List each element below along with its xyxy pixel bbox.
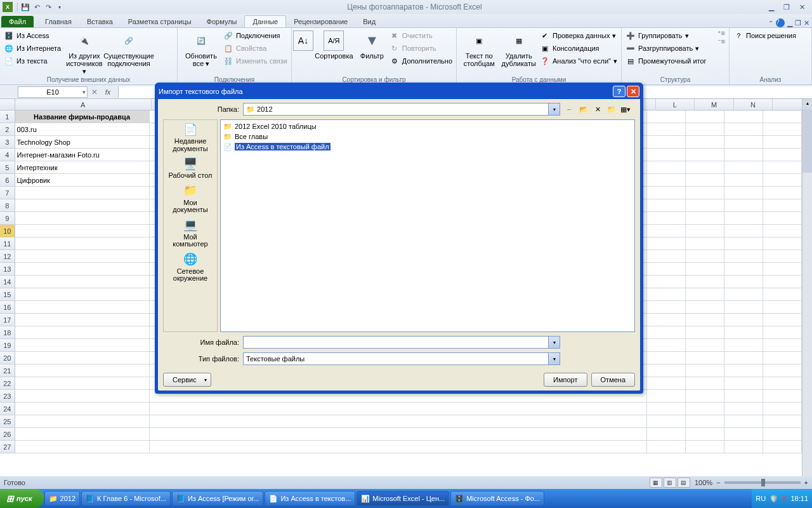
solver-button[interactable]: ？Поиск решения	[733, 29, 796, 42]
taskbar-button[interactable]: 📘К Главе 6 - Microsof...	[81, 491, 171, 506]
tab-formulas[interactable]: Формулы	[199, 16, 245, 27]
consolidate-button[interactable]: ▣Консолидация	[540, 42, 617, 55]
links-icon: ⛓️	[223, 56, 233, 66]
col-M[interactable]: M	[695, 99, 734, 110]
up-icon[interactable]: 📂	[578, 104, 589, 115]
system-tray: RU 🛡️ K 18:11	[752, 489, 812, 508]
sort-button[interactable]: A/ЯСортировка	[313, 29, 355, 60]
taskbar-button[interactable]: 📁2012	[44, 491, 80, 506]
data-validation-button[interactable]: ✔Проверка данных ▾	[540, 29, 617, 42]
qat-more-icon[interactable]: ▾	[55, 3, 64, 11]
delete-icon[interactable]: ✕	[592, 104, 603, 115]
sort-asc-button[interactable]: A↓	[296, 29, 311, 51]
advanced-filter-button[interactable]: ⚙Дополнительно	[390, 55, 452, 67]
expand-icon[interactable]: ⁺≡	[717, 29, 725, 37]
new-folder-icon[interactable]: 📁	[606, 104, 617, 115]
taskbar-button[interactable]: 📊Microsoft Excel - Цен...	[357, 491, 449, 506]
fx-icon[interactable]: fx	[102, 88, 114, 96]
folder-item[interactable]: 📁2012 Excel 2010 таблицы	[222, 121, 633, 131]
from-other-button[interactable]: 🔌Из других источников ▾	[63, 29, 105, 75]
refresh-all-button[interactable]: 🔄Обновить все ▾	[181, 29, 221, 67]
remove-duplicates-button[interactable]: ▦Удалить дубликаты	[500, 29, 537, 67]
start-button[interactable]: ⊞пуск	[0, 489, 44, 508]
col-L[interactable]: L	[656, 99, 695, 110]
folder-combo[interactable]: 📁 2012▾	[243, 103, 560, 116]
zoom-in-icon[interactable]: +	[804, 479, 808, 486]
group-button[interactable]: ➕Группировать ▾	[625, 29, 707, 42]
collapse-icon[interactable]: ⁻≡	[717, 37, 725, 46]
page-break-view-icon[interactable]: ▤	[678, 478, 690, 488]
row-24[interactable]: 24	[0, 403, 802, 415]
filename-input[interactable]: ▾	[243, 336, 560, 349]
file-item[interactable]: 📄Из Access в текстовый файл	[222, 142, 633, 152]
connections-button[interactable]: 🔗Подключения	[223, 29, 287, 42]
folder-item[interactable]: 📁Все главы	[222, 131, 633, 142]
import-button[interactable]: Импорт	[544, 373, 587, 387]
cancel-formula-icon[interactable]: ✕	[91, 88, 98, 97]
zoom-label[interactable]: 100%	[695, 479, 712, 486]
col-A[interactable]: A	[15, 99, 152, 110]
row-25[interactable]: 25	[0, 415, 802, 428]
service-button[interactable]: Сервис	[163, 373, 211, 387]
places-item[interactable]: 💻Мой компьютер	[164, 216, 217, 250]
name-box[interactable]: E10▾	[18, 86, 88, 98]
places-item[interactable]: 📄Недавние документы	[164, 120, 217, 154]
vertical-scrollbar[interactable]: ▴	[802, 99, 812, 483]
taskbar-button[interactable]: 📘Из Access [Режим ог...	[172, 491, 264, 506]
ribbon-min-icon[interactable]: ⌃	[768, 20, 773, 27]
taskbar-button[interactable]: 📄Из Access в текстов...	[265, 491, 355, 506]
from-text-button[interactable]: 📄Из текста	[4, 55, 61, 67]
whatif-button[interactable]: ❓Анализ "что если" ▾	[540, 55, 617, 67]
back-icon[interactable]: ←	[564, 104, 575, 115]
tab-file[interactable]: Файл	[1, 16, 34, 27]
help-icon[interactable]: ?	[776, 18, 785, 27]
minimize-icon[interactable]: ▁	[764, 2, 778, 12]
undo-icon[interactable]: ↶	[32, 3, 41, 11]
doc-close-icon[interactable]: ✕	[804, 19, 809, 27]
from-access-button[interactable]: 🗄️Из Access	[4, 29, 61, 42]
tray-lang[interactable]: RU	[756, 495, 766, 502]
tray-av-icon[interactable]: K	[782, 495, 787, 502]
zoom-out-icon[interactable]: −	[716, 479, 720, 486]
tab-data[interactable]: Данные	[244, 15, 286, 27]
close-icon[interactable]: ✕	[795, 2, 809, 12]
ungroup-button[interactable]: ➖Разгруппировать ▾	[625, 42, 707, 55]
existing-conn-button[interactable]: 🔗Существующие подключения	[108, 29, 150, 67]
file-list[interactable]: 📁2012 Excel 2010 таблицы📁Все главы📄Из Ac…	[220, 119, 635, 332]
tab-insert[interactable]: Вставка	[79, 16, 121, 27]
views-icon[interactable]: ▦▾	[620, 104, 631, 115]
page-layout-view-icon[interactable]: ▥	[664, 478, 676, 488]
select-all-button[interactable]	[0, 99, 15, 110]
normal-view-icon[interactable]: ▦	[650, 478, 662, 488]
cancel-button[interactable]: Отмена	[591, 373, 635, 387]
tab-review[interactable]: Рецензирование	[286, 16, 355, 27]
subtotal-button[interactable]: ▤Промежуточный итог	[625, 55, 707, 67]
dialog-help-icon[interactable]: ?	[613, 86, 625, 97]
doc-min-icon[interactable]: ▁	[787, 19, 792, 27]
save-icon[interactable]: 💾	[21, 3, 30, 11]
tray-clock[interactable]: 18:11	[790, 495, 808, 502]
filter-button[interactable]: ▼Фильтр	[357, 29, 387, 60]
taskbar-button[interactable]: 🗄️Microsoft Access - Фо...	[450, 491, 544, 506]
tab-layout[interactable]: Разметка страницы	[121, 16, 199, 27]
from-web-button[interactable]: 🌐Из Интернета	[4, 42, 61, 55]
restore-icon[interactable]: ❐	[780, 2, 794, 12]
row-27[interactable]: 27	[0, 441, 802, 453]
tray-shield-icon[interactable]: 🛡️	[769, 495, 778, 503]
places-item[interactable]: 🖥️Рабочий стол	[164, 154, 217, 182]
tab-view[interactable]: Вид	[355, 16, 383, 27]
doc-restore-icon[interactable]: ❐	[795, 19, 801, 27]
redo-icon[interactable]: ↷	[44, 3, 53, 11]
row-26[interactable]: 26	[0, 428, 802, 441]
group-analysis: Анализ	[733, 76, 808, 84]
places-item[interactable]: 🌐Сетевое окружение	[164, 250, 217, 284]
excel-icon: X	[3, 2, 13, 12]
dialog-close-icon[interactable]: ✕	[627, 86, 639, 97]
col-N[interactable]: N	[734, 99, 773, 110]
tab-home[interactable]: Главная	[37, 16, 79, 27]
text-to-columns-button[interactable]: ▣Текст по столбцам	[461, 29, 497, 67]
places-item[interactable]: 📁Мои документы	[164, 182, 217, 216]
zoom-slider[interactable]	[724, 481, 801, 484]
filetype-combo[interactable]: Текстовые файлы▾	[243, 352, 560, 365]
t2c-icon: ▣	[469, 30, 489, 51]
